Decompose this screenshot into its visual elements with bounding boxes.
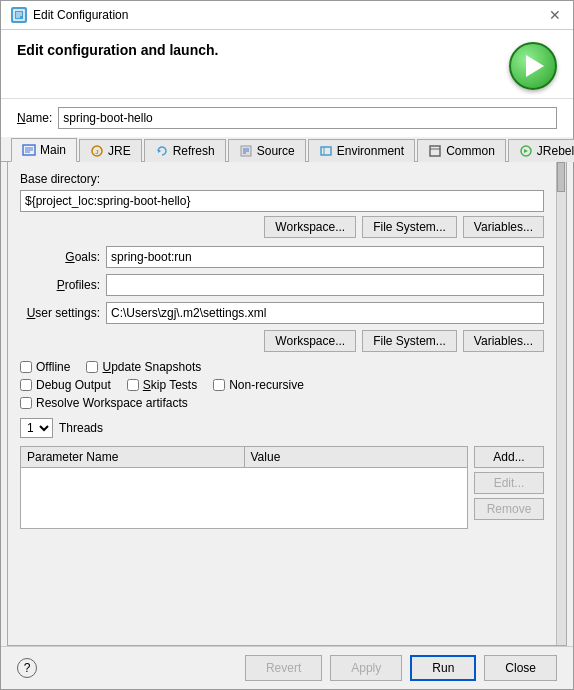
add-param-button[interactable]: Add... <box>474 446 544 468</box>
checkboxes-group: Offline Update Snapshots Debug Output Sk… <box>20 360 544 410</box>
play-icon <box>526 55 544 77</box>
edit-configuration-dialog: Edit Configuration ✕ Edit configuration … <box>0 0 574 690</box>
param-table-container: Parameter Name Value Add... Edit... Remo… <box>20 446 544 529</box>
tab-jrebel[interactable]: JRebel <box>508 139 574 162</box>
dialog-icon <box>11 7 27 23</box>
main-tab-icon <box>22 143 36 157</box>
base-dir-input[interactable] <box>20 190 544 212</box>
title-bar-left: Edit Configuration <box>11 7 128 23</box>
skip-tests-label: Skip Tests <box>143 378 197 392</box>
tab-refresh[interactable]: Refresh <box>144 139 226 162</box>
tab-source[interactable]: Source <box>228 139 306 162</box>
close-dialog-button[interactable]: Close <box>484 655 557 681</box>
param-table: Parameter Name Value <box>20 446 468 529</box>
non-recursive-checkbox-item[interactable]: Non-recursive <box>213 378 304 392</box>
bottom-right-buttons: Revert Apply Run Close <box>245 655 557 681</box>
resolve-workspace-checkbox-item[interactable]: Resolve Workspace artifacts <box>20 396 188 410</box>
content-area: Base directory: Workspace... File System… <box>7 162 567 646</box>
help-button[interactable]: ? <box>17 658 37 678</box>
tab-refresh-label: Refresh <box>173 144 215 158</box>
checkbox-row-1: Offline Update Snapshots <box>20 360 544 374</box>
offline-label: Offline <box>36 360 70 374</box>
resolve-workspace-label: Resolve Workspace artifacts <box>36 396 188 410</box>
settings-workspace-button[interactable]: Workspace... <box>264 330 356 352</box>
edit-param-button[interactable]: Edit... <box>474 472 544 494</box>
goals-label: Goals: <box>20 250 100 264</box>
svg-marker-10 <box>158 149 161 153</box>
bottom-bar: ? Revert Apply Run Close <box>1 646 573 689</box>
source-tab-icon <box>239 144 253 158</box>
update-snapshots-label: Update Snapshots <box>102 360 201 374</box>
revert-button[interactable]: Revert <box>245 655 322 681</box>
threads-row: 1 2 4 Threads <box>20 418 544 438</box>
tab-main[interactable]: Main <box>11 138 77 162</box>
profiles-label: Profiles: <box>20 278 100 292</box>
close-icon[interactable]: ✕ <box>547 7 563 23</box>
header-title: Edit configuration and launch. <box>17 42 218 58</box>
jre-tab-icon: J <box>90 144 104 158</box>
param-table-body <box>21 468 467 528</box>
update-snapshots-checkbox-item[interactable]: Update Snapshots <box>86 360 201 374</box>
tab-environment[interactable]: Environment <box>308 139 415 162</box>
goals-input[interactable] <box>106 246 544 268</box>
tab-jre-label: JRE <box>108 144 131 158</box>
svg-rect-17 <box>430 146 440 156</box>
svg-text:J: J <box>95 149 98 155</box>
settings-buttons-row: Workspace... File System... Variables... <box>20 330 544 352</box>
param-buttons: Add... Edit... Remove <box>474 446 544 529</box>
param-col-value-header: Value <box>245 447 468 467</box>
settings-variables-button[interactable]: Variables... <box>463 330 544 352</box>
skip-tests-checkbox[interactable] <box>127 379 139 391</box>
common-tab-icon <box>428 144 442 158</box>
run-button[interactable]: Run <box>410 655 476 681</box>
offline-checkbox-item[interactable]: Offline <box>20 360 70 374</box>
dialog-title: Edit Configuration <box>33 8 128 22</box>
tab-main-label: Main <box>40 143 66 157</box>
dir-filesystem-button[interactable]: File System... <box>362 216 457 238</box>
tabs-bar: Main J JRE Refresh <box>1 137 573 162</box>
offline-checkbox[interactable] <box>20 361 32 373</box>
remove-param-button[interactable]: Remove <box>474 498 544 520</box>
tab-jrebel-label: JRebel <box>537 144 574 158</box>
user-settings-row: User settings: <box>20 302 544 324</box>
profiles-row: Profiles: <box>20 274 544 296</box>
scrollbar-thumb <box>557 162 565 192</box>
checkbox-row-2: Debug Output Skip Tests Non-recursive <box>20 378 544 392</box>
update-snapshots-checkbox[interactable] <box>86 361 98 373</box>
debug-output-label: Debug Output <box>36 378 111 392</box>
refresh-tab-icon <box>155 144 169 158</box>
base-dir-row <box>20 190 544 212</box>
dir-variables-button[interactable]: Variables... <box>463 216 544 238</box>
base-dir-label: Base directory: <box>20 172 544 186</box>
name-label: Name: <box>17 111 52 125</box>
non-recursive-checkbox[interactable] <box>213 379 225 391</box>
tab-jre[interactable]: J JRE <box>79 139 142 162</box>
dir-workspace-button[interactable]: Workspace... <box>264 216 356 238</box>
apply-button[interactable]: Apply <box>330 655 402 681</box>
resolve-workspace-checkbox[interactable] <box>20 397 32 409</box>
settings-filesystem-button[interactable]: File System... <box>362 330 457 352</box>
user-settings-label: User settings: <box>20 306 100 320</box>
name-row: Name: <box>1 99 573 137</box>
run-launch-button[interactable] <box>509 42 557 90</box>
threads-select[interactable]: 1 2 4 <box>20 418 53 438</box>
env-tab-icon <box>319 144 333 158</box>
checkbox-row-3: Resolve Workspace artifacts <box>20 396 544 410</box>
jrebel-tab-icon <box>519 144 533 158</box>
goals-row: Goals: <box>20 246 544 268</box>
scrollbar-track[interactable] <box>556 162 566 645</box>
tab-common[interactable]: Common <box>417 139 506 162</box>
name-input[interactable] <box>58 107 557 129</box>
tab-common-label: Common <box>446 144 495 158</box>
tab-source-label: Source <box>257 144 295 158</box>
param-col-name-header: Parameter Name <box>21 447 245 467</box>
dialog-header: Edit configuration and launch. <box>1 30 573 99</box>
skip-tests-checkbox-item[interactable]: Skip Tests <box>127 378 197 392</box>
debug-output-checkbox-item[interactable]: Debug Output <box>20 378 111 392</box>
param-table-header: Parameter Name Value <box>21 447 467 468</box>
title-bar: Edit Configuration ✕ <box>1 1 573 30</box>
profiles-input[interactable] <box>106 274 544 296</box>
debug-output-checkbox[interactable] <box>20 379 32 391</box>
user-settings-input[interactable] <box>106 302 544 324</box>
tab-environment-label: Environment <box>337 144 404 158</box>
